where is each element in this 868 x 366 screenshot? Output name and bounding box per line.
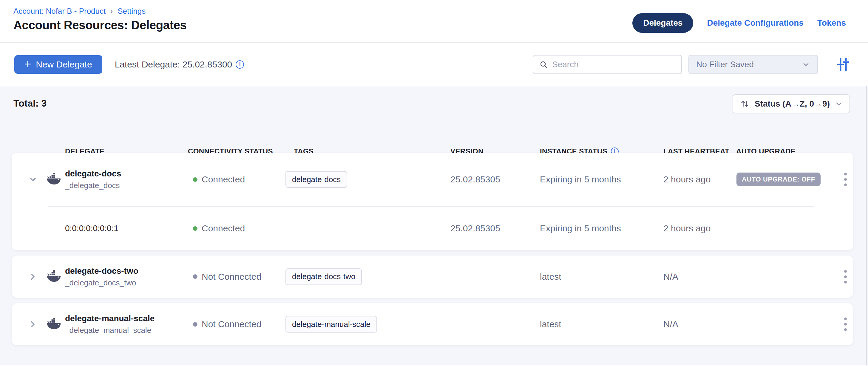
row-menu-button[interactable] xyxy=(839,270,852,283)
sort-arrows-icon xyxy=(740,99,750,109)
collapse-row-button[interactable] xyxy=(27,175,38,184)
plus-icon: + xyxy=(25,58,31,69)
tags-cell: delegate-manual-scale xyxy=(285,316,377,333)
latest-delegate-version: Latest Delegate: 25.02.85300 i xyxy=(115,59,244,69)
instance-status-cell: Expiring in 5 months xyxy=(540,174,621,185)
last-heartbeat-cell: 2 hours ago xyxy=(663,223,711,233)
chevron-down-icon xyxy=(835,100,843,108)
search-input[interactable] xyxy=(552,60,675,69)
total-count: Total: 3 xyxy=(13,98,46,109)
chevron-right-icon xyxy=(28,319,38,329)
saved-filter-dropdown[interactable]: No Filter Saved xyxy=(688,55,818,74)
row-menu-button[interactable] xyxy=(839,318,852,331)
delegate-name-block: delegate-docs-two _delegate_docs_two xyxy=(65,266,138,287)
delegate-row-main: delegate-docs _delegate_docs Connected d… xyxy=(12,153,853,206)
tags-cell: delegate-docs-two xyxy=(285,269,362,285)
connected-dot-icon xyxy=(193,226,197,231)
breadcrumb-settings-link[interactable]: Settings xyxy=(118,6,146,16)
tab-delegates[interactable]: Delegates xyxy=(632,13,693,33)
sort-dropdown[interactable]: Status (A→Z, 0→9) xyxy=(733,94,850,113)
delegate-name[interactable]: delegate-docs xyxy=(65,169,121,178)
delegate-row-delegate-manual-scale[interactable]: delegate-manual-scale _delegate_manual_s… xyxy=(12,303,853,345)
delegate-name[interactable]: delegate-manual-scale xyxy=(65,314,155,323)
last-heartbeat-cell: 2 hours ago xyxy=(663,174,711,185)
last-heartbeat-cell: N/A xyxy=(663,272,678,282)
tags-cell: delegate-docs xyxy=(285,171,347,188)
delegate-id: _delegate_docs_two xyxy=(65,278,138,287)
sort-label: Status (A→Z, 0→9) xyxy=(755,99,830,109)
tab-tokens[interactable]: Tokens xyxy=(817,18,846,28)
tab-bar: Delegates Delegate Configurations Tokens xyxy=(632,13,846,33)
filter-panel-button[interactable] xyxy=(835,57,851,72)
info-icon[interactable]: i xyxy=(236,60,244,69)
instance-status-cell: Expiring in 5 months xyxy=(540,223,621,233)
expand-row-button[interactable] xyxy=(27,319,38,329)
tag-chip: delegate-docs-two xyxy=(285,269,362,285)
delegate-row-delegate-docs-two[interactable]: delegate-docs-two _delegate_docs_two Not… xyxy=(12,256,853,298)
delegate-name[interactable]: delegate-docs-two xyxy=(65,266,138,276)
last-heartbeat-cell: N/A xyxy=(663,319,678,329)
auto-upgrade-badge: AUTO UPGRADE: OFF xyxy=(737,173,820,186)
tag-chip: delegate-docs xyxy=(285,171,347,188)
delegate-id: _delegate_manual_scale xyxy=(65,326,155,335)
delegate-name-block: delegate-docs _delegate_docs xyxy=(65,169,121,190)
new-delegate-button-label: New Delegate xyxy=(36,59,92,69)
connectivity-status: Not Connected xyxy=(193,319,261,329)
page-title: Account Resources: Delegates xyxy=(13,19,187,32)
docker-whale-icon xyxy=(46,173,61,186)
connectivity-status: Connected xyxy=(193,174,245,185)
instance-status-cell: latest xyxy=(540,319,561,329)
chevron-right-icon xyxy=(28,272,38,282)
delegate-instance-row: 0:0:0:0:0:0:0:1 Connected 25.02.85305 Ex… xyxy=(12,206,853,250)
connectivity-status: Connected xyxy=(193,223,245,233)
chevron-down-icon xyxy=(28,175,38,184)
version-cell: 25.02.85305 xyxy=(451,223,500,233)
delegate-row-delegate-docs[interactable]: delegate-docs _delegate_docs Connected d… xyxy=(12,153,853,250)
delegates-list-section: Total: 3 Status (A→Z, 0→9) DELEGATE CONN… xyxy=(0,86,868,365)
breadcrumb: Account: Nofar B - Product › Settings xyxy=(13,6,146,16)
docker-whale-icon xyxy=(46,270,61,284)
not-connected-dot-icon xyxy=(193,322,197,327)
tag-chip: delegate-manual-scale xyxy=(285,316,377,333)
expand-row-button[interactable] xyxy=(27,272,38,282)
connectivity-label: Not Connected xyxy=(202,319,261,329)
delegate-row-main: delegate-docs-two _delegate_docs_two Not… xyxy=(12,256,853,298)
breadcrumb-account-link[interactable]: Account: Nofar B - Product xyxy=(13,6,105,16)
connected-dot-icon xyxy=(193,177,197,182)
chevron-right-icon: › xyxy=(111,7,113,16)
not-connected-dot-icon xyxy=(193,274,197,279)
version-cell: 25.02.85305 xyxy=(451,174,500,185)
connectivity-label: Not Connected xyxy=(202,272,261,282)
row-menu-button[interactable] xyxy=(839,173,852,186)
docker-whale-icon xyxy=(46,317,61,331)
delegate-id: _delegate_docs xyxy=(65,181,121,190)
page-header: Account: Nofar B - Product › Settings Ac… xyxy=(0,0,868,43)
connectivity-label: Connected xyxy=(202,223,245,233)
instance-host: 0:0:0:0:0:0:0:1 xyxy=(65,224,118,233)
saved-filter-label: No Filter Saved xyxy=(696,60,754,69)
delegate-row-main: delegate-manual-scale _delegate_manual_s… xyxy=(12,303,853,345)
instance-status-cell: latest xyxy=(540,272,561,282)
filter-sliders-icon xyxy=(835,57,851,72)
search-icon xyxy=(539,60,548,69)
chevron-down-icon xyxy=(802,60,810,69)
toolbar: + New Delegate Latest Delegate: 25.02.85… xyxy=(0,43,868,86)
latest-delegate-text: Latest Delegate: 25.02.85300 xyxy=(115,59,232,69)
tab-delegate-configurations[interactable]: Delegate Configurations xyxy=(707,18,804,28)
connectivity-label: Connected xyxy=(202,174,245,185)
search-box xyxy=(533,55,682,74)
new-delegate-button[interactable]: + New Delegate xyxy=(14,55,102,74)
connectivity-status: Not Connected xyxy=(193,272,261,282)
delegate-name-block: delegate-manual-scale _delegate_manual_s… xyxy=(65,314,155,335)
